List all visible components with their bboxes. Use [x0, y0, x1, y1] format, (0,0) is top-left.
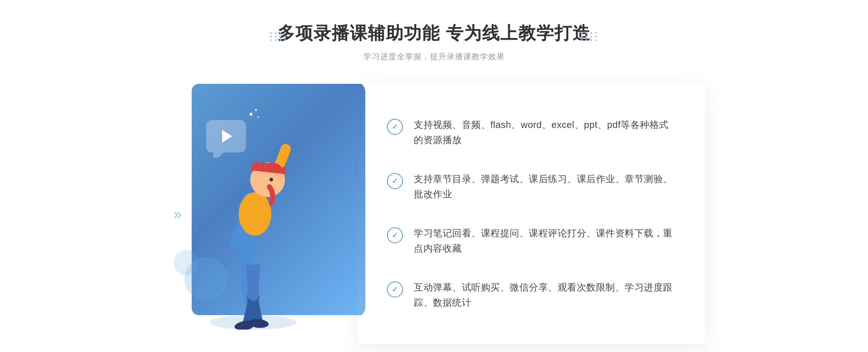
check-mark-1: ✓	[392, 123, 398, 131]
check-icon-2: ✓	[387, 173, 403, 189]
check-icon-3: ✓	[387, 227, 403, 243]
feature-item-1: ✓ 支持视频、音频、flash、word、excel、ppt、pdf等各种格式的…	[387, 117, 676, 147]
feature-text-3: 学习笔记回看、课程提问、课程评论打分、课件资料下载，重点内容收藏	[414, 226, 676, 256]
feature-item-3: ✓ 学习笔记回看、课程提问、课程评论打分、课件资料下载，重点内容收藏	[387, 226, 676, 256]
content-area: »	[163, 84, 705, 344]
page-container: 多项录播课辅助功能 专为线上教学打造 学习进度全掌握，提升录播课教学效果 »	[0, 0, 868, 352]
sub-title: 学习进度全掌握，提升录播课教学效果	[277, 51, 590, 62]
title-deco-right	[581, 32, 598, 41]
check-mark-2: ✓	[392, 177, 398, 185]
title-wrapper: 多项录播课辅助功能 专为线上教学打造	[277, 22, 590, 51]
feature-item-4: ✓ 互动弹幕、试听购买、微信分享、观看次数限制、学习进度跟踪、数据统计	[387, 280, 676, 310]
vertical-accent-bar	[358, 84, 363, 315]
check-icon-1: ✓	[387, 119, 403, 135]
main-title: 多项录播课辅助功能 专为线上教学打造	[277, 22, 590, 45]
feature-text-4: 互动弹幕、试听购买、微信分享、观看次数限制、学习进度跟踪、数据统计	[414, 280, 676, 310]
header-section: 多项录播课辅助功能 专为线上教学打造 学习进度全掌握，提升录播课教学效果	[277, 22, 590, 62]
left-image-section	[163, 84, 373, 330]
right-features-panel: ✓ 支持视频、音频、flash、word、excel、ppt、pdf等各种格式的…	[358, 84, 705, 344]
svg-point-1	[239, 192, 271, 236]
feature-text-2: 支持章节目录、弹题考试、课后练习、课后作业、章节测验、批改作业	[414, 172, 676, 202]
illustration-container	[163, 91, 373, 330]
feature-text-1: 支持视频、音频、flash、word、excel、ppt、pdf等各种格式的资源…	[414, 117, 676, 147]
sparkle-decoration-2	[255, 109, 257, 111]
feature-item-2: ✓ 支持章节目录、弹题考试、课后练习、课后作业、章节测验、批改作业	[387, 172, 676, 202]
decorative-circle-small	[174, 250, 199, 275]
check-mark-3: ✓	[392, 231, 398, 239]
check-icon-4: ✓	[387, 282, 403, 297]
svg-point-3	[269, 178, 273, 181]
sparkle-decoration-3	[258, 116, 259, 118]
title-deco-left	[270, 32, 287, 41]
sparkle-decoration-1	[250, 113, 252, 116]
check-mark-4: ✓	[392, 286, 398, 293]
